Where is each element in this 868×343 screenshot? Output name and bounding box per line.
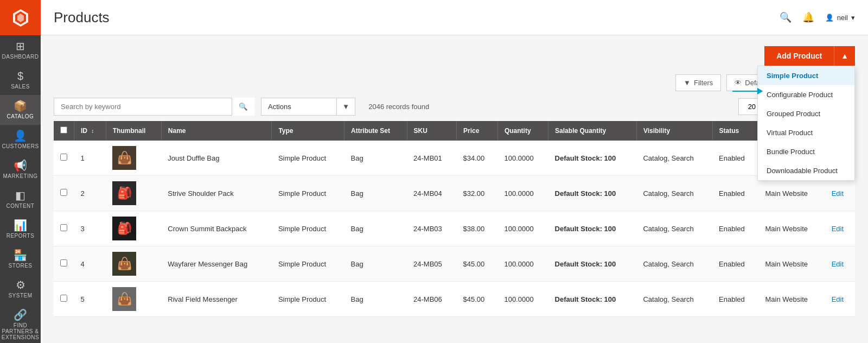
sidebar-item-catalog-label: CATALOG <box>7 113 34 119</box>
cell-attribute-set: Bag <box>344 246 407 282</box>
blue-arrow-pointer <box>732 91 762 92</box>
table-row: 5 👜 Rival Field Messenger Simple Product… <box>54 282 855 317</box>
sidebar-item-reports-label: Reports <box>7 233 35 239</box>
top-header: Products 🔍 🔔 👤 neil ▾ <box>41 0 868 35</box>
dropdown-item-virtual[interactable]: Virtual Product <box>758 123 854 142</box>
dropdown-item-bundle[interactable]: Bundle Product <box>758 142 854 161</box>
th-thumbnail: Thumbnail <box>106 121 161 141</box>
page-title: Products <box>54 9 110 26</box>
cell-status: Enabled <box>712 246 758 282</box>
table-row: 2 🎒 Strive Shoulder Pack Simple Product … <box>54 176 855 211</box>
find-partners-icon: 🔗 <box>14 309 27 320</box>
cell-visibility: Catalog, Search <box>636 211 712 246</box>
sidebar-item-sales[interactable]: $ SALES <box>0 65 41 95</box>
th-sku[interactable]: SKU <box>407 121 456 141</box>
user-menu-chevron: ▾ <box>851 14 855 22</box>
edit-link[interactable]: Edit <box>832 189 844 198</box>
th-status[interactable]: Status <box>712 121 758 141</box>
row-checkbox[interactable] <box>60 295 67 302</box>
cell-visibility: Catalog, Search <box>636 141 712 176</box>
actions-select[interactable]: Actions Delete Change Status Update Attr… <box>261 98 337 116</box>
search-icon[interactable]: 🔍 <box>780 11 792 23</box>
th-price[interactable]: Price <box>456 121 497 141</box>
user-menu[interactable]: 👤 neil ▾ <box>825 14 855 22</box>
edit-link[interactable]: Edit <box>832 295 844 303</box>
cell-name: Joust Duffle Bag <box>161 141 272 176</box>
th-salable-quantity[interactable]: Salable Quantity <box>548 121 637 141</box>
cell-sku: 24-MB03 <box>407 211 456 246</box>
cell-thumbnail: 🎒 <box>106 211 161 246</box>
search-box: 🔍 <box>54 98 254 116</box>
sidebar-item-customers[interactable]: 👤 CUSTOMERS <box>0 125 41 155</box>
cell-status: Enabled <box>712 211 758 246</box>
add-product-dropdown-toggle[interactable]: ▲ <box>834 46 855 66</box>
add-product-button[interactable]: Add Product <box>764 46 834 66</box>
cell-thumbnail: 👜 <box>106 141 161 176</box>
dropdown-item-grouped[interactable]: Grouped Product <box>758 104 854 123</box>
cell-action: Edit <box>825 282 855 317</box>
cell-sku: 24-MB06 <box>407 282 456 317</box>
sidebar-item-customers-label: CUSTOMERS <box>2 143 39 149</box>
stores-icon: 🏪 <box>14 250 27 261</box>
cell-name: Crown Summit Backpack <box>161 211 272 246</box>
edit-link[interactable]: Edit <box>832 260 844 268</box>
sidebar-logo[interactable] <box>0 0 41 35</box>
sidebar-item-content[interactable]: ◧ CONTENT <box>0 185 41 214</box>
dropdown-item-downloadable[interactable]: Downloadable Product <box>758 161 854 180</box>
cell-status: Enabled <box>712 176 758 211</box>
sidebar-item-stores[interactable]: 🏪 STORES <box>0 244 41 274</box>
sidebar-item-dashboard[interactable]: ⊞ DASHBOARD <box>0 35 41 65</box>
cell-type: Simple Product <box>272 282 344 317</box>
search-input[interactable] <box>54 98 254 116</box>
filters-button[interactable]: ▼ Filters <box>675 74 721 91</box>
th-type[interactable]: Type <box>272 121 344 141</box>
sidebar-item-find-partners[interactable]: 🔗 FIND PARTNERS & EXTENSIONS <box>0 304 41 343</box>
cell-quantity: 100.0000 <box>497 282 548 317</box>
cell-checkbox <box>54 282 74 317</box>
cell-salable-quantity: Default Stock: 100 <box>548 176 637 211</box>
system-icon: ⚙ <box>16 280 25 290</box>
cell-price: $45.00 <box>456 282 497 317</box>
cell-price: $32.00 <box>456 176 497 211</box>
row-checkbox[interactable] <box>60 259 67 266</box>
search-button[interactable]: 🔍 <box>232 98 254 116</box>
dropdown-item-simple[interactable]: Simple Product <box>758 66 854 85</box>
row-checkbox[interactable] <box>60 224 67 231</box>
sidebar-item-system[interactable]: ⚙ SYSTEM <box>0 274 41 304</box>
cell-checkbox <box>54 211 74 246</box>
cell-type: Simple Product <box>272 176 344 211</box>
cell-name: Wayfarer Messenger Bag <box>161 246 272 282</box>
sidebar-item-system-label: SYSTEM <box>8 293 32 298</box>
marketing-icon: 📢 <box>14 160 27 171</box>
th-quantity[interactable]: Quantity <box>497 121 548 141</box>
cell-price: $38.00 <box>456 211 497 246</box>
sidebar-item-marketing[interactable]: 📢 MARKETING <box>0 155 41 185</box>
dropdown-item-configurable[interactable]: Configurable Product <box>758 85 854 104</box>
action-bar: Add Product ▲ Simple Product Configurabl… <box>54 46 855 66</box>
sidebar-item-catalog[interactable]: 📦 CATALOG <box>0 95 41 125</box>
cell-attribute-set: Bag <box>344 176 407 211</box>
actions-select-dropdown-btn[interactable]: ▼ <box>337 98 355 116</box>
cell-id: 4 <box>74 246 106 282</box>
th-name[interactable]: Name <box>161 121 272 141</box>
search-actions-row: 🔍 Actions Delete Change Status Update At… <box>54 98 855 116</box>
row-checkbox[interactable] <box>60 189 67 196</box>
dashboard-icon: ⊞ <box>16 41 25 52</box>
sidebar-item-reports[interactable]: 📊 Reports <box>0 214 41 244</box>
cell-quantity: 100.0000 <box>497 176 548 211</box>
edit-link[interactable]: Edit <box>832 225 844 233</box>
cell-thumbnail: 👜 <box>106 282 161 317</box>
catalog-icon: 📦 <box>14 100 27 111</box>
cell-salable-quantity: Default Stock: 100 <box>548 282 637 317</box>
select-all-checkbox[interactable] <box>60 126 67 134</box>
products-table: ID ↕ Thumbnail Name Type Attribute Set S… <box>54 121 855 317</box>
th-visibility[interactable]: Visibility <box>636 121 712 141</box>
th-attribute-set[interactable]: Attribute Set <box>344 121 407 141</box>
cell-visibility: Catalog, Search <box>636 246 712 282</box>
add-product-dropdown-menu: Simple Product Configurable Product Grou… <box>757 66 855 181</box>
cell-action: Edit <box>825 176 855 211</box>
row-checkbox[interactable] <box>60 154 67 161</box>
bell-icon[interactable]: 🔔 <box>802 11 814 23</box>
th-id[interactable]: ID ↕ <box>74 121 106 141</box>
sidebar-item-content-label: CONTENT <box>7 203 35 209</box>
